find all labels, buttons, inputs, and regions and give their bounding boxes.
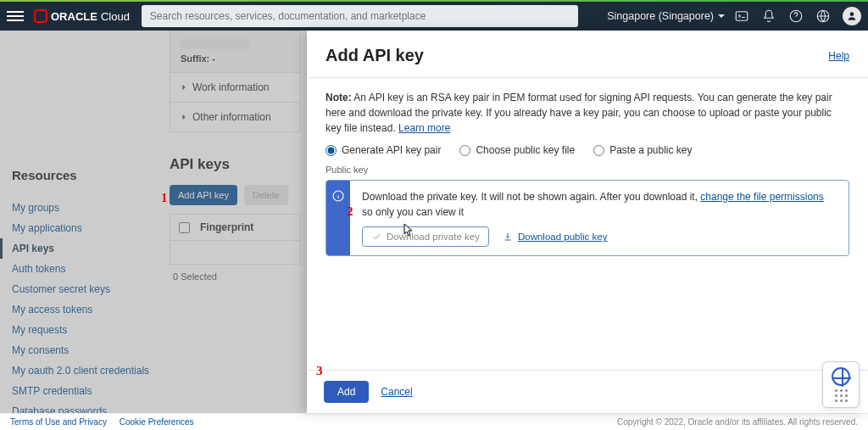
radio-choose-file[interactable]: Choose public key file [459, 144, 575, 156]
terms-link[interactable]: Terms of Use and Privacy [10, 417, 107, 427]
topbar: ORACLE Cloud Singapore (Singapore) [0, 2, 868, 31]
add-button[interactable]: Add [324, 381, 369, 403]
annotation-2: 2 [347, 204, 353, 219]
brand-text-a: ORACLE [51, 10, 97, 23]
region-label: Singapore (Singapore) [607, 10, 714, 22]
chevron-down-icon [717, 12, 726, 20]
page-footer: Terms of Use and Privacy Cookie Preferen… [0, 413, 868, 430]
help-link[interactable]: Help [828, 50, 849, 62]
grid-dots-icon [835, 389, 848, 402]
note-text: Note: An API key is an RSA key pair in P… [326, 90, 849, 136]
cookie-link[interactable]: Cookie Preferences [120, 417, 194, 427]
info-icon [331, 189, 345, 203]
annotation-1: 1 [161, 191, 168, 205]
download-infobox: Download the private key. It will not be… [326, 180, 849, 256]
oracle-cloud-logo[interactable]: ORACLE Cloud [34, 9, 130, 23]
lifebuoy-icon [832, 367, 850, 386]
cancel-link[interactable]: Cancel [381, 386, 412, 398]
cloud-shell-icon[interactable] [734, 8, 749, 24]
region-selector[interactable]: Singapore (Singapore) [607, 10, 726, 22]
panel-title: Add API key [326, 46, 424, 65]
copyright-text: Copyright © 2022, Oracle and/or its affi… [617, 417, 858, 427]
download-public-key-link[interactable]: Download public key [503, 232, 607, 242]
radio-paste[interactable]: Paste a public key [593, 144, 692, 156]
globe-icon[interactable] [815, 8, 831, 24]
search-input[interactable] [142, 5, 578, 27]
radio-generate[interactable]: Generate API key pair [326, 144, 441, 156]
profile-avatar[interactable] [843, 7, 861, 25]
learn-more-link[interactable]: Learn more [398, 122, 450, 134]
bell-icon[interactable] [761, 8, 776, 24]
public-key-label: Public key [326, 165, 849, 175]
help-icon[interactable] [788, 8, 804, 24]
key-source-radios: Generate API key pair Choose public key … [326, 144, 849, 156]
check-icon [371, 232, 381, 242]
oracle-o-icon [34, 9, 47, 23]
change-permissions-link[interactable]: change the file permissions [700, 191, 823, 203]
download-icon [503, 232, 513, 242]
hamburger-menu[interactable] [7, 11, 24, 21]
support-widget[interactable] [822, 361, 860, 408]
user-icon [846, 10, 858, 22]
add-api-key-panel: Add API key Help Note: An API key is an … [307, 31, 868, 413]
download-private-key-button[interactable]: Download private key [362, 226, 489, 247]
annotation-3: 3 [316, 364, 323, 378]
svg-rect-0 [736, 12, 748, 21]
brand-text-b: Cloud [101, 10, 130, 23]
